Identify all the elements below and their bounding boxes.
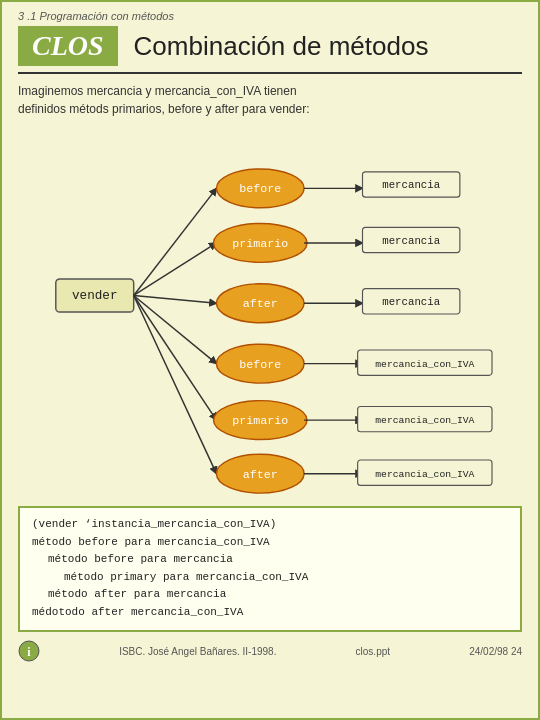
svg-line-7 <box>134 295 217 473</box>
footer-date: 24/02/98 24 <box>469 646 522 657</box>
footer-row: i ISBC. José Angel Bañares. II-1998. clo… <box>18 640 522 664</box>
intro-text: Imaginemos mercancia y mercancia_con_IVA… <box>18 82 522 118</box>
svg-line-5 <box>134 295 217 363</box>
svg-text:mercancia_con_IVA: mercancia_con_IVA <box>375 469 474 480</box>
svg-text:vender: vender <box>72 288 118 303</box>
header-row: CLOS Combinación de métodos <box>18 26 522 74</box>
code-line-4: método primary para mercancia_con_IVA <box>32 569 508 587</box>
code-line-2: método before para mercancia_con_IVA <box>32 534 508 552</box>
code-line-1: (vender ‘instancia_mercancia_con_IVA) <box>32 516 508 534</box>
svg-text:primario: primario <box>232 414 288 428</box>
code-block: (vender ‘instancia_mercancia_con_IVA) mé… <box>18 506 522 632</box>
footer-copyright: ISBC. José Angel Bañares. II-1998. <box>119 646 276 657</box>
svg-line-2 <box>134 188 217 295</box>
svg-text:mercancia: mercancia <box>382 235 440 247</box>
code-line-5: método after para mercancia <box>32 586 508 604</box>
svg-line-4 <box>134 295 217 303</box>
diagram-area: vender before primario after before <box>18 128 522 498</box>
page-container: 3 .1 Programación con métodos CLOS Combi… <box>0 0 540 720</box>
svg-text:after: after <box>243 468 278 482</box>
svg-line-3 <box>134 243 217 296</box>
slide-label: 3 .1 Programación con métodos <box>18 10 522 22</box>
code-line-6: médotodo after mercancia_con_IVA <box>32 604 508 622</box>
svg-text:before: before <box>239 358 281 372</box>
svg-text:mercancia: mercancia <box>382 179 440 191</box>
intro-line2: definidos métods primarios, before y aft… <box>18 102 309 116</box>
svg-text:before: before <box>239 182 281 196</box>
footer-logo: i <box>18 640 40 664</box>
intro-line1: Imaginemos mercancia y mercancia_con_IVA… <box>18 84 297 98</box>
svg-text:mercancia_con_IVA: mercancia_con_IVA <box>375 359 474 370</box>
svg-text:mercancia_con_IVA: mercancia_con_IVA <box>375 415 474 426</box>
diagram-svg: vender before primario after before <box>18 128 522 498</box>
code-line-3: método before para mercancia <box>32 551 508 569</box>
page-title: Combinación de métodos <box>134 31 429 62</box>
svg-text:mercancia: mercancia <box>382 296 440 308</box>
svg-text:primario: primario <box>232 237 288 251</box>
footer-filename: clos.ppt <box>356 646 390 657</box>
clos-badge: CLOS <box>18 26 118 66</box>
svg-text:after: after <box>243 297 278 311</box>
svg-line-6 <box>134 295 217 420</box>
